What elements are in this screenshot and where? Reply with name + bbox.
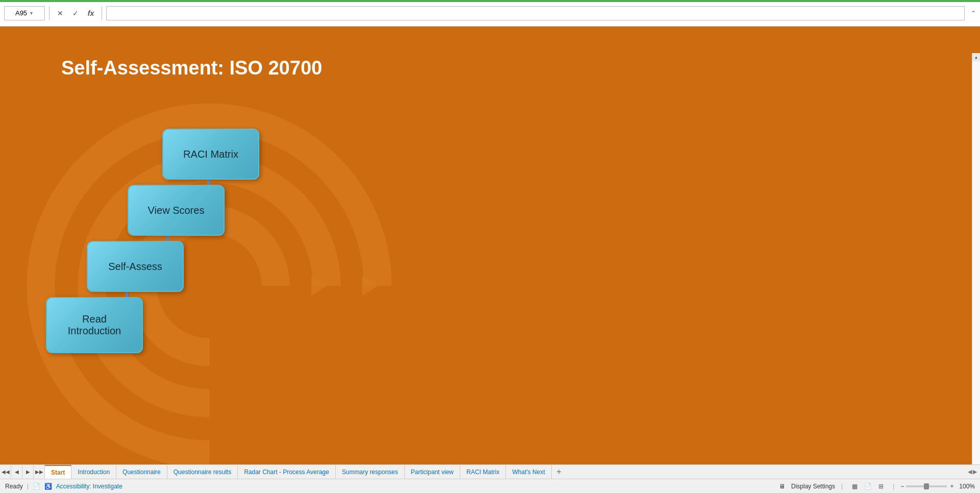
add-sheet-button[interactable]: ＋: [552, 465, 566, 479]
status-divider-2: |: [841, 483, 843, 490]
normal-view-button[interactable]: ▦: [849, 481, 860, 492]
right-scrollbar[interactable]: ▲ ▼: [972, 53, 980, 464]
tab-scroll-next[interactable]: ▶: [22, 465, 34, 479]
cell-ref-value: A95: [15, 9, 27, 17]
confirm-formula-button[interactable]: ✓: [69, 7, 82, 20]
page-title: Self-Assessment: ISO 20700: [61, 57, 322, 79]
tab-raci-matrix[interactable]: RACI Matrix: [460, 465, 506, 479]
read-introduction-button[interactable]: ReadIntroduction: [46, 297, 143, 353]
tab-participant-view[interactable]: Participant view: [405, 465, 460, 479]
main-content-area: Self-Assessment: ISO 20700 ReadIntroduct…: [0, 27, 980, 464]
insert-function-button[interactable]: fx: [84, 7, 97, 20]
view-icons: ▦ 📄 ⊞: [849, 481, 887, 492]
background-decoration: [0, 66, 429, 464]
view-scores-label: View Scores: [148, 205, 205, 216]
zoom-in-button[interactable]: ＋: [949, 482, 955, 490]
tab-scroll-prev[interactable]: ◀: [11, 465, 22, 479]
sheet-tabs-bar: ◀◀ ◀ ▶ ▶▶ Start Introduction Questionnai…: [0, 464, 980, 479]
topbar-divider-1: [49, 6, 50, 20]
status-divider-3: |: [893, 483, 894, 490]
self-assess-label: Self-Assess: [108, 261, 162, 273]
cell-reference-box[interactable]: A95 ▼: [4, 6, 45, 20]
status-left: Ready | 📄 ♿ Accessibility: Investigate: [5, 483, 122, 490]
status-right: 🖥 Display Settings | ▦ 📄 ⊞ | − ＋ 100%: [779, 481, 975, 492]
display-settings-icon: 🖥: [779, 483, 785, 490]
zoom-out-button[interactable]: −: [900, 483, 904, 490]
status-divider: |: [27, 483, 29, 490]
tab-scroll-last[interactable]: ▶▶: [34, 465, 45, 479]
tab-scroll-first[interactable]: ◀◀: [0, 465, 11, 479]
raci-matrix-button[interactable]: RACI Matrix: [162, 129, 259, 180]
scroll-up-button[interactable]: ▲: [972, 53, 981, 61]
page-break-button[interactable]: ⊞: [875, 481, 887, 492]
ready-label: Ready: [5, 483, 23, 490]
tab-questionnaire[interactable]: Questionnaire: [116, 465, 167, 479]
topbar-right-icon: ⌃: [971, 10, 976, 17]
tab-summary-responses[interactable]: Summary responses: [336, 465, 405, 479]
read-introduction-label: ReadIntroduction: [68, 313, 121, 337]
view-scores-button[interactable]: View Scores: [128, 185, 225, 236]
zoom-level: 100%: [959, 483, 975, 490]
display-settings-label[interactable]: Display Settings: [791, 483, 835, 490]
self-assess-button[interactable]: Self-Assess: [87, 241, 184, 292]
tab-whats-next[interactable]: What's Next: [506, 465, 551, 479]
scrollbar-track[interactable]: [972, 61, 980, 464]
accessibility-icon: ♿: [44, 483, 52, 490]
tab-questionnaire-results[interactable]: Questionnaire results: [167, 465, 238, 479]
page-layout-button[interactable]: 📄: [862, 481, 873, 492]
page-icon: 📄: [33, 483, 40, 490]
tab-start[interactable]: Start: [45, 465, 71, 479]
raci-matrix-label: RACI Matrix: [183, 149, 238, 160]
tab-radar-chart[interactable]: Radar Chart - Process Average: [238, 465, 336, 479]
tab-scroll-right-area: ◀ ▶: [965, 465, 980, 479]
status-bar: Ready | 📄 ♿ Accessibility: Investigate 🖥…: [0, 479, 980, 493]
formula-bar[interactable]: [106, 6, 965, 20]
topbar-divider-2: [102, 6, 102, 20]
zoom-control: − ＋ 100%: [900, 482, 975, 490]
cancel-formula-button[interactable]: ✕: [54, 7, 67, 20]
accessibility-label[interactable]: Accessibility: Investigate: [56, 483, 122, 490]
tab-introduction[interactable]: Introduction: [71, 465, 116, 479]
excel-topbar: A95 ▼ ✕ ✓ fx ⌃: [0, 0, 980, 27]
zoom-slider[interactable]: [906, 485, 947, 487]
